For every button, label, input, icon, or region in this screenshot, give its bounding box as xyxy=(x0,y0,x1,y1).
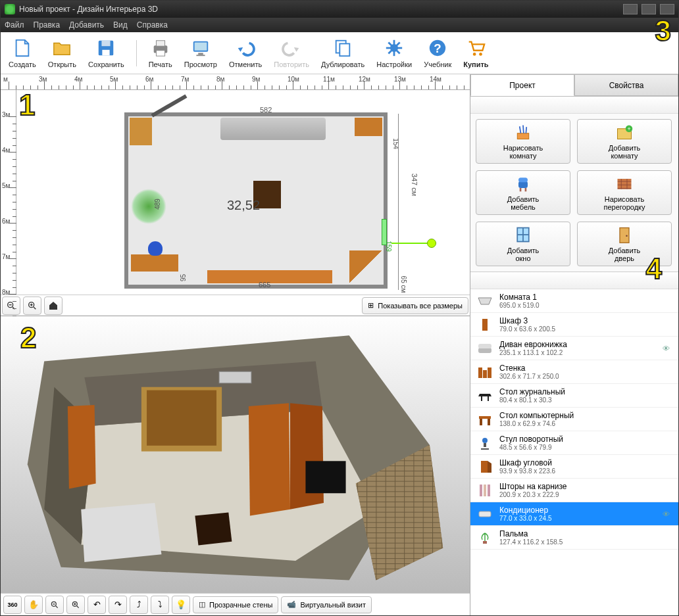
object-icon xyxy=(476,436,494,450)
zoom-out-button[interactable] xyxy=(2,296,20,315)
add-room-button[interactable]: +Добавитькомнату xyxy=(577,119,672,164)
object-item[interactable]: Стенка302.6 x 71.7 x 250.0 xyxy=(470,360,678,384)
buy-button[interactable]: Купить xyxy=(461,36,491,70)
object-item[interactable]: Комната 1695.0 x 519.0 xyxy=(470,289,678,313)
redo-button[interactable]: Повторить xyxy=(271,36,312,70)
help-label: Учебник xyxy=(424,60,451,68)
show-all-dimensions-button[interactable]: ⊞ Показывать все размеры xyxy=(362,297,468,314)
rotate-360-button[interactable]: 360 xyxy=(3,596,22,614)
svg-point-23 xyxy=(473,53,476,56)
ruler-h-label: 7м xyxy=(181,76,189,83)
create-button[interactable]: Создать xyxy=(6,36,39,70)
virtual-visit-button[interactable]: 📹 Виртуальный визит xyxy=(281,596,372,613)
pan-button[interactable]: ✋ xyxy=(24,596,43,614)
duplicate-button[interactable]: Дублировать xyxy=(318,36,367,70)
tilt-up-button[interactable]: ⤴ xyxy=(130,596,148,614)
tab-properties[interactable]: Свойства xyxy=(574,74,678,96)
visibility-eye-icon[interactable]: 👁 xyxy=(663,510,673,518)
tilt-down-button[interactable]: ⤵ xyxy=(151,596,169,614)
furniture-desk[interactable] xyxy=(131,254,178,272)
visibility-eye-icon[interactable]: 👁 xyxy=(663,344,673,352)
object-item[interactable]: Пальма127.4 x 116.2 x 158.5 xyxy=(470,526,678,550)
gear-icon xyxy=(384,37,405,59)
add-window-button[interactable]: Добавитьокно xyxy=(476,222,570,266)
print-button[interactable]: Печать xyxy=(146,36,175,70)
object-item[interactable]: Шкаф угловой93.9 x 93.8 x 223.6 xyxy=(470,455,678,479)
undo-button[interactable]: Отменить xyxy=(226,36,264,70)
close-button[interactable] xyxy=(660,4,674,14)
door-arc[interactable] xyxy=(151,94,188,117)
walls-icon: ◫ xyxy=(199,600,205,609)
zoom-out-3d-button[interactable] xyxy=(45,596,64,614)
dim-door: 95 xyxy=(180,274,187,281)
open-button[interactable]: Открыть xyxy=(45,36,79,70)
scene-3d[interactable] xyxy=(1,316,470,593)
duplicate-label: Дублировать xyxy=(321,60,365,68)
tab-project[interactable]: Проект xyxy=(470,74,574,96)
add-furn-button[interactable]: Добавитьмебель xyxy=(476,170,570,215)
view-3d-panel[interactable] xyxy=(1,316,470,593)
zoom-in-3d-button[interactable] xyxy=(66,596,85,614)
redo-label: Повторить xyxy=(274,60,309,68)
svg-rect-70 xyxy=(483,541,487,544)
menu-help[interactable]: Справка xyxy=(137,20,168,30)
floorplan-canvas[interactable]: 32,52 582 347 см 154 665 489 159 95 65 с… xyxy=(16,90,470,295)
object-item[interactable]: Шторы на карнизе200.9 x 20.3 x 222.9 xyxy=(470,479,678,502)
minimize-button[interactable] xyxy=(623,4,638,14)
ruler-h-label: 14м xyxy=(430,76,441,83)
dim-right: 347 см xyxy=(411,174,418,196)
help-button[interactable]: ?Учебник xyxy=(421,36,454,70)
object-dims: 200.9 x 20.3 x 222.9 xyxy=(499,491,657,498)
light-toggle-button[interactable]: 💡 xyxy=(172,596,190,614)
svg-rect-68 xyxy=(488,485,490,496)
transparent-walls-button[interactable]: ◫ Прозрачные стены xyxy=(193,596,278,613)
object-item[interactable]: Стул поворотный48.5 x 56.6 x 79.9 xyxy=(470,431,678,455)
add-door-button[interactable]: Добавитьдверь xyxy=(577,222,672,266)
furniture-chair[interactable] xyxy=(148,241,163,256)
object-name: Шторы на карнизе xyxy=(499,482,657,491)
object-name: Шкаф 3 xyxy=(499,316,657,325)
selection-grip[interactable] xyxy=(427,239,436,248)
preview-button[interactable]: Просмотр xyxy=(182,36,220,70)
svg-rect-7 xyxy=(194,43,207,51)
object-icon xyxy=(476,365,494,379)
furniture-corner-wardrobe[interactable] xyxy=(349,250,382,283)
maximize-button[interactable] xyxy=(641,4,656,14)
object-item[interactable]: Диван еврокнижка235.1 x 113.1 x 102.2👁 xyxy=(470,337,678,360)
svg-rect-64 xyxy=(481,461,488,473)
object-dims: 77.0 x 33.0 x 24.5 xyxy=(499,515,657,522)
object-item[interactable]: Кондиционер77.0 x 33.0 x 24.5👁 xyxy=(470,502,678,526)
svg-rect-51 xyxy=(478,348,491,353)
furniture-wardrobe-tr[interactable] xyxy=(355,118,382,136)
monitor-icon xyxy=(190,37,211,59)
rotate-ccw-button[interactable]: ↶ xyxy=(88,596,106,614)
draw-part-button[interactable]: Нарисоватьперегородку xyxy=(577,170,672,215)
zoom-in-button[interactable] xyxy=(23,296,41,315)
home-view-button[interactable] xyxy=(44,296,63,315)
menu-view[interactable]: Вид xyxy=(113,20,128,30)
object-item[interactable]: Шкаф 379.0 x 63.6 x 200.5 xyxy=(470,313,678,337)
furniture-plant[interactable] xyxy=(131,189,166,224)
object-icon xyxy=(476,389,494,403)
side-tabs: Проект Свойства xyxy=(470,74,678,97)
menu-add[interactable]: Добавить xyxy=(69,20,104,30)
object-item[interactable]: Стол журнальный80.4 x 80.1 x 30.3 xyxy=(470,384,678,408)
draw-room-button[interactable]: Нарисоватькомнату xyxy=(476,119,570,164)
furniture-sofa[interactable] xyxy=(220,118,326,140)
furniture-wardrobe-tl[interactable] xyxy=(130,118,152,145)
save-button[interactable]: Сохранить xyxy=(86,36,127,70)
object-name: Стол компьютерный xyxy=(499,411,657,420)
rotate-cw-button[interactable]: ↷ xyxy=(109,596,127,614)
object-list: Комната 1695.0 x 519.0Шкаф 379.0 x 63.6 … xyxy=(470,289,678,615)
menu-file[interactable]: Файл xyxy=(5,20,24,30)
buy-label: Купить xyxy=(463,60,488,68)
object-item[interactable]: Стол компьютерный138.0 x 62.9 x 74.6 xyxy=(470,408,678,431)
selection-leader xyxy=(391,243,431,244)
object-dims: 93.9 x 93.8 x 223.6 xyxy=(499,467,657,475)
menu-edit[interactable]: Правка xyxy=(34,20,61,30)
settings-button[interactable]: Настройки xyxy=(374,36,415,70)
ruler-v-label: 3м xyxy=(2,111,10,118)
object-name: Стол журнальный xyxy=(499,387,657,396)
svg-text:+: + xyxy=(627,126,630,132)
svg-rect-8 xyxy=(198,53,203,55)
